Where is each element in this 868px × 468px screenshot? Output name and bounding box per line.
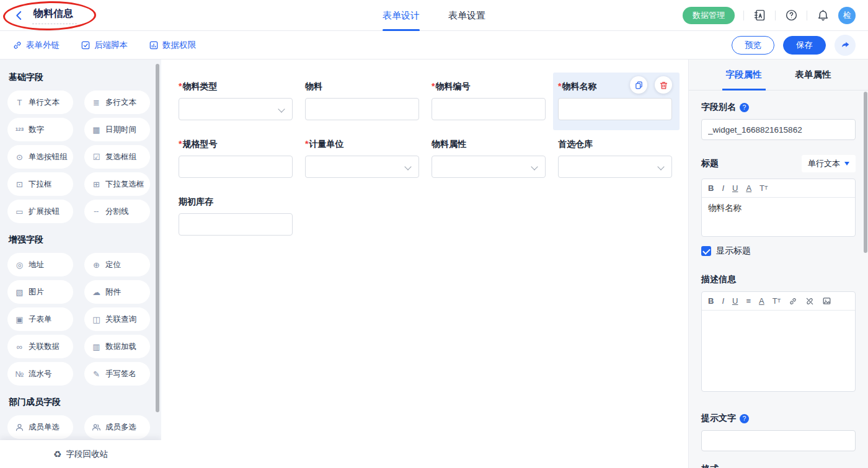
delete-icon: [659, 81, 668, 90]
form-field-物料名称[interactable]: *物料名称: [553, 73, 680, 130]
form-field-物料编号[interactable]: *物料编号: [427, 73, 553, 130]
hint-help-icon[interactable]: ?: [740, 414, 749, 423]
back-button[interactable]: [12, 9, 26, 22]
sidebar-item-subform[interactable]: ▣子表单: [7, 307, 73, 331]
title-type-dropdown[interactable]: 单行文本: [802, 155, 856, 172]
panel-tab-表单属性[interactable]: 表单属性: [795, 60, 831, 91]
help-icon[interactable]: [784, 9, 798, 22]
properties-panel: 字段属性表单属性 字段别名 ? 标题 单行文本 BIUATT 物料名称 显示标题: [688, 60, 868, 468]
sidebar-item-attachment[interactable]: ☁附件: [84, 280, 150, 304]
toolbar-link-数据权限[interactable]: 数据权限: [149, 40, 196, 51]
image-icon[interactable]: [822, 296, 831, 306]
datetime-icon: ▦: [91, 126, 102, 134]
title-editor-content[interactable]: 物料名称: [702, 198, 855, 236]
field-input[interactable]: [432, 98, 546, 120]
sidebar-item-multi-line-text[interactable]: ≣多行文本: [84, 91, 150, 114]
field-label: *物料类型: [179, 81, 293, 92]
align-icon[interactable]: ≡: [746, 297, 751, 305]
toolbar-link-后端脚本[interactable]: 后端脚本: [81, 40, 128, 51]
description-label: 描述信息: [701, 274, 736, 285]
form-title[interactable]: 物料信息: [32, 6, 77, 24]
bold-icon[interactable]: B: [708, 297, 714, 305]
form-field-物料属性[interactable]: 物料属性: [427, 130, 553, 188]
header-tabs: 表单设计表单设置: [383, 0, 485, 31]
bell-icon[interactable]: [816, 9, 830, 22]
sidebar-item-divider[interactable]: ╌分割线: [84, 200, 150, 223]
link-icon[interactable]: [789, 297, 797, 306]
field-select[interactable]: [558, 156, 672, 178]
sidebar-item-number[interactable]: 123数字: [7, 118, 73, 141]
form-field-物料[interactable]: 物料: [300, 73, 427, 130]
user-avatar[interactable]: 检: [838, 7, 856, 24]
sidebar-item-serial-number[interactable]: №流水号: [7, 362, 73, 386]
form-design-canvas[interactable]: *物料类型物料*物料编号*物料名称*规格型号*计量单位物料属性首选仓库期初库存: [161, 60, 688, 468]
serial-number-icon: №: [14, 370, 25, 378]
field-input[interactable]: [305, 98, 419, 120]
sidebar-scrollbar[interactable]: [156, 64, 159, 412]
form-field-首选仓库[interactable]: 首选仓库: [553, 130, 680, 188]
color-icon[interactable]: A: [746, 184, 751, 192]
form-field-物料类型[interactable]: *物料类型: [174, 73, 300, 130]
sidebar-item-dropdown-multiselect[interactable]: ⊞下拉复选框: [84, 172, 150, 196]
share-button[interactable]: [835, 35, 856, 56]
sidebar-item-checkbox-group[interactable]: ☑复选框组: [84, 145, 150, 169]
bold-icon[interactable]: B: [708, 184, 714, 192]
sidebar-item-address[interactable]: ◎地址: [7, 253, 73, 276]
color-icon[interactable]: A: [759, 297, 764, 305]
delete-field-button[interactable]: [655, 76, 672, 94]
preview-button[interactable]: 预览: [732, 36, 774, 55]
description-editor-content[interactable]: [702, 311, 855, 391]
sidebar-item-related-query[interactable]: ◫关联查询: [84, 307, 150, 331]
divider-icon: ╌: [91, 208, 102, 216]
header-tab-表单设计[interactable]: 表单设计: [383, 0, 420, 31]
field-label: 首选仓库: [558, 139, 672, 150]
show-title-checkbox-row[interactable]: 显示标题: [701, 245, 856, 257]
field-select[interactable]: [179, 98, 293, 120]
form-field-规格型号[interactable]: *规格型号: [174, 130, 300, 188]
panel-tab-字段属性[interactable]: 字段属性: [726, 60, 762, 91]
required-asterisk: *: [179, 139, 182, 149]
sidebar-item-related-data[interactable]: ∞关联数据: [7, 335, 73, 358]
alias-help-icon[interactable]: ?: [740, 103, 749, 112]
header-tab-表单设置[interactable]: 表单设置: [448, 0, 485, 31]
sidebar-item-member-multi[interactable]: 成员多选: [84, 415, 150, 439]
sidebar-item-location[interactable]: ⊕定位: [84, 253, 150, 276]
fontsize-icon[interactable]: TT: [760, 184, 768, 192]
dropdown-icon: ⊡: [14, 180, 25, 188]
alias-input[interactable]: [701, 119, 856, 140]
field-input[interactable]: [558, 98, 672, 120]
copy-field-button[interactable]: [630, 76, 647, 94]
sidebar-item-member-single[interactable]: 成员单选: [7, 415, 73, 439]
address-book-icon[interactable]: [753, 9, 766, 22]
sidebar-item-radio-group[interactable]: ⊙单选按钮组: [7, 145, 73, 169]
form-field-期初库存[interactable]: 期初库存: [174, 188, 300, 245]
sidebar-item-datetime[interactable]: ▦日期时间: [84, 118, 150, 141]
unlink-icon[interactable]: [805, 297, 814, 306]
fontsize-icon[interactable]: TT: [773, 297, 781, 305]
related-data-icon: ∞: [14, 343, 25, 351]
sidebar-item-data-load[interactable]: ▥数据加载: [84, 335, 150, 358]
sidebar-item-single-line-text[interactable]: T单行文本: [7, 91, 73, 114]
data-manage-button[interactable]: 数据管理: [683, 7, 735, 24]
italic-icon[interactable]: I: [722, 297, 724, 305]
sidebar-item-dropdown[interactable]: ⊡下拉框: [7, 172, 73, 196]
sidebar-item-image[interactable]: ▧图片: [7, 280, 73, 304]
field-input[interactable]: [179, 213, 293, 236]
sidebar-item-extend-button[interactable]: ▭扩展按钮: [7, 200, 73, 223]
sidebar-item-signature[interactable]: ✎手写签名: [84, 362, 150, 386]
recycle-icon: ♻: [53, 449, 61, 460]
panel-scrollbar[interactable]: [864, 92, 867, 253]
field-recycle-bin-button[interactable]: ♻ 字段回收站: [0, 440, 161, 468]
show-title-checkbox[interactable]: [701, 246, 711, 256]
italic-icon[interactable]: I: [722, 184, 724, 192]
save-button[interactable]: 保存: [783, 36, 826, 55]
underline-icon[interactable]: U: [732, 184, 738, 192]
toolbar-link-表单外链[interactable]: 表单外链: [12, 40, 60, 51]
alias-label: 字段别名: [701, 102, 736, 113]
hint-input[interactable]: [701, 430, 856, 451]
field-select[interactable]: [432, 156, 546, 178]
field-input[interactable]: [179, 156, 293, 178]
underline-icon[interactable]: U: [732, 297, 738, 305]
field-select[interactable]: [305, 156, 419, 178]
form-field-计量单位[interactable]: *计量单位: [300, 130, 427, 188]
